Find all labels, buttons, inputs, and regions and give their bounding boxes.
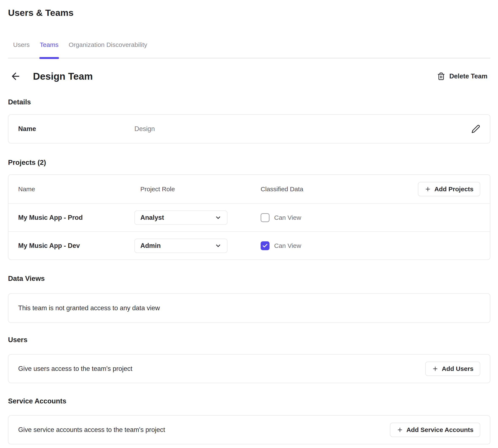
users-empty-text: Give users access to the team's project <box>18 365 132 373</box>
can-view-label: Can View <box>274 242 301 249</box>
project-role-value: Analyst <box>140 214 164 222</box>
users-teams-page: Users & Teams Users Teams Organization D… <box>0 0 498 448</box>
can-view-checkbox[interactable] <box>261 241 270 250</box>
tab-bar: Users Teams Organization Discoverability <box>8 41 490 59</box>
projects-heading: Projects (2) <box>8 158 490 167</box>
plus-icon <box>397 427 403 433</box>
tab-organization-discoverability[interactable]: Organization Discoverability <box>64 41 152 58</box>
pencil-icon <box>471 125 480 133</box>
project-role-select[interactable]: Analyst <box>134 210 227 225</box>
details-card: Name Design <box>8 114 490 144</box>
details-heading: Details <box>8 98 490 106</box>
service-accounts-empty-text: Give service accounts access to the team… <box>18 426 165 434</box>
project-row: My Music App - Dev Admin Can View <box>8 231 490 259</box>
name-label: Name <box>18 125 134 133</box>
data-views-empty-text: This team is not granted access to any d… <box>18 304 160 312</box>
delete-team-label: Delete Team <box>450 72 487 80</box>
add-projects-button[interactable]: Add Projects <box>418 182 480 196</box>
data-views-card: This team is not granted access to any d… <box>8 293 490 323</box>
project-name: My Music App - Prod <box>18 214 134 222</box>
service-accounts-card: Give service accounts access to the team… <box>8 415 490 444</box>
trash-icon <box>437 72 445 80</box>
add-users-label: Add Users <box>442 365 473 372</box>
add-users-button[interactable]: Add Users <box>425 362 480 376</box>
users-card: Give users access to the team's project … <box>8 354 490 383</box>
can-view-label: Can View <box>274 214 301 221</box>
add-projects-label: Add Projects <box>434 186 473 193</box>
delete-team-button[interactable]: Delete Team <box>437 72 487 80</box>
service-accounts-heading: Service Accounts <box>8 397 490 405</box>
tab-teams[interactable]: Teams <box>35 41 64 58</box>
projects-table-header: Name Project Role Classified Data Add Pr… <box>8 175 490 203</box>
column-header-project-role: Project Role <box>134 186 261 193</box>
column-header-classified-data: Classified Data <box>261 186 303 193</box>
name-value: Design <box>134 125 155 133</box>
add-service-accounts-label: Add Service Accounts <box>406 426 473 433</box>
column-header-name: Name <box>18 186 134 193</box>
can-view-checkbox[interactable] <box>261 213 270 222</box>
add-service-accounts-button[interactable]: Add Service Accounts <box>390 423 480 437</box>
plus-icon <box>432 366 438 372</box>
plus-icon <box>425 186 431 192</box>
chevron-down-icon <box>215 214 222 221</box>
users-heading: Users <box>8 336 490 344</box>
projects-card: Name Project Role Classified Data Add Pr… <box>8 174 490 260</box>
project-name: My Music App - Dev <box>18 242 134 250</box>
project-role-select[interactable]: Admin <box>134 239 227 253</box>
back-button[interactable] <box>10 70 22 82</box>
page-title: Users & Teams <box>8 8 490 18</box>
project-row: My Music App - Prod Analyst Can View <box>8 203 490 231</box>
check-icon <box>262 243 268 249</box>
project-role-value: Admin <box>140 242 161 250</box>
team-header: Design Team Delete Team <box>8 70 490 82</box>
data-views-heading: Data Views <box>8 274 490 283</box>
edit-name-button[interactable] <box>471 125 480 133</box>
arrow-left-icon <box>10 71 21 82</box>
chevron-down-icon <box>215 242 222 249</box>
tab-users[interactable]: Users <box>8 41 35 58</box>
team-title: Design Team <box>33 71 93 82</box>
